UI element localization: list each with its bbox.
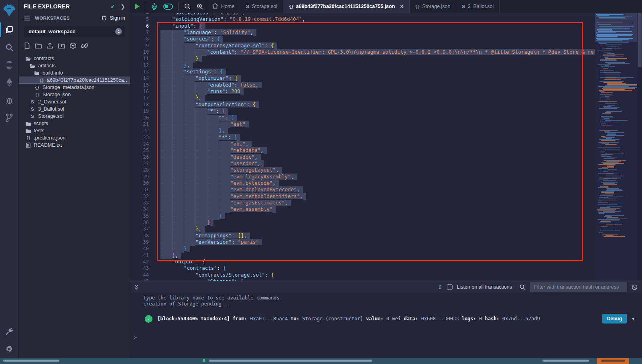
tab-3-ballot-sol[interactable]: S3_Ballot.sol [456,0,500,13]
publish-box-icon[interactable] [69,42,77,51]
solidity-compiler-icon[interactable] [0,56,19,74]
code-line-17[interactable]: →→→}, [160,95,595,101]
collapse-terminal-icon[interactable] [134,284,139,290]
tree-item-a69b43f277ba20fcac141151250ca7-[interactable]: {}a69b43f277ba20fcac141151250ca7... [19,77,130,84]
ai-assistant-icon[interactable] [150,3,158,10]
code-line-10[interactable]: →→→→"content": "// SPDX-License-Identifi… [160,49,595,55]
code-line-5[interactable]: "solcLongVersion": "0.8.19+commit.7dd6d4… [160,16,595,22]
code-line-44[interactable]: "contracts/Storage.sol": { [160,272,595,278]
code-line-38[interactable]: →→→"remappings": [], [160,233,595,239]
transaction-filter-input[interactable] [530,282,627,292]
link-icon[interactable] [81,42,89,51]
code-line-9[interactable]: →→→"contracts/Storage.sol": { [160,42,595,49]
minimap-viewport[interactable] [595,13,637,42]
code-line-29[interactable]: →→→→→→"evm.legacyAssembly", [160,174,595,180]
code-line-45[interactable]: "Storage": { [160,278,595,281]
workspace-selector[interactable]: default_workspace [24,26,125,37]
code-line-31[interactable]: →→→→→→"evm.deployedBytecode", [160,186,595,193]
code-line-26[interactable]: →→→→→→"devdoc", [160,154,595,160]
code-line-20[interactable]: →→→→→"": [ [160,115,595,121]
debug-button[interactable]: Debug [602,314,627,324]
code-line-13[interactable]: →→"settings": { [160,69,595,75]
upload-file-icon[interactable] [46,42,54,51]
close-tab-icon[interactable]: × [400,3,403,10]
search-icon[interactable] [0,38,19,56]
zoom-in-icon[interactable] [196,3,203,10]
code-line-37[interactable]: →→→}, [160,226,595,232]
tree-item-build-info[interactable]: build-info [19,69,130,77]
tree-item-storage-sol[interactable]: SStorage.sol [19,113,130,120]
tree-item-3-ballot-sol[interactable]: S3_Ballot.sol [19,105,130,113]
tree-item-scripts[interactable]: scripts [19,120,130,127]
status-alert-badge[interactable] [597,358,629,364]
tree-item--prettierrc-json[interactable]: {}.prettierrc.json [19,134,130,142]
code-line-39[interactable]: →→→"evmVersion": "paris" [160,239,595,245]
code-line-43[interactable]: "contracts": { [160,265,595,271]
code-editor[interactable]: 4567891011121314151617181920212223242526… [130,13,642,281]
code-line-4[interactable]: "solcVersion": "0.8.19", [160,13,595,16]
ai-toggle[interactable] [163,4,173,10]
tree-item-storage-metadata-json[interactable]: {}Storage_metadata.json [19,84,130,91]
file-explorer-icon[interactable] [0,21,19,38]
code-line-30[interactable]: →→→→→→"evm.bytecode", [160,180,595,186]
tree-item-contracts[interactable]: contracts [19,55,130,62]
expand-tx-icon[interactable]: ▾ [632,316,635,322]
code-line-21[interactable]: →→→→→→"ast" [160,121,595,127]
code-line-33[interactable]: →→→→→→"evm.gasEstimates", [160,200,595,206]
tree-item-readme-txt[interactable]: README.txt [19,142,130,149]
chevron-right-icon[interactable]: ❯ [121,4,125,10]
sign-in-button[interactable]: Sign in [101,15,125,21]
code-line-11[interactable]: →→→} [160,55,595,62]
hamburger-menu-icon[interactable] [24,14,30,22]
terminal-output[interactable]: Type the library name to see available c… [130,293,642,358]
code-line-19[interactable]: →→→→"*": { [160,108,595,114]
tab-a69b43f277ba20fcac141151250ca755-json[interactable]: {}a69b43f277ba20fcac141151250ca755.json× [283,0,410,13]
zoom-out-icon[interactable] [184,3,191,10]
listen-all-transactions-checkbox[interactable] [447,284,453,290]
git-icon[interactable] [0,109,19,127]
code-line-23[interactable]: →→→→→"*": [ [160,134,595,141]
settings-icon[interactable] [0,340,19,358]
code-line-22[interactable]: →→→→→], [160,127,595,134]
deploy-run-icon[interactable] [0,74,19,91]
code-line-7[interactable]: →→"language": "Solidity", [160,29,595,36]
code-line-32[interactable]: →→→→→→"evm.methodIdentifiers", [160,193,595,200]
editor-scrollbar[interactable] [637,13,642,281]
code-line-24[interactable]: →→→→→→"abi", [160,141,595,147]
new-folder-icon[interactable] [35,42,42,51]
code-line-27[interactable]: →→→→→→"userdoc", [160,160,595,167]
code-line-35[interactable]: →→→→→] [160,213,595,219]
code-line-18[interactable]: →→→"outputSelection": { [160,101,595,108]
clear-console-icon[interactable] [631,284,638,291]
tree-item-tests[interactable]: tests [19,127,130,134]
debugger-icon[interactable] [0,91,19,109]
plugin-manager-icon[interactable] [0,323,19,340]
code-line-15[interactable]: →→→→"enabled": false, [160,82,595,88]
tree-item-storage-json[interactable]: {}Storage.json [19,91,130,98]
check-icon[interactable]: ✓ [110,3,115,10]
upload-folder-icon[interactable] [58,42,65,51]
minimap[interactable] [595,13,637,281]
tree-item-2-owner-sol[interactable]: S2_Owner.sol [19,98,130,105]
run-script-button[interactable] [135,4,140,9]
new-file-icon[interactable] [24,42,30,51]
code-line-16[interactable]: →→→→"runs": 200 [160,88,595,95]
code-line-6[interactable]: "input": { [160,23,595,29]
code-line-40[interactable]: →→} [160,245,595,252]
code-line-14[interactable]: →→→"optimizer": { [160,75,595,81]
status-bar[interactable] [0,358,642,364]
code-line-12[interactable]: →→}, [160,62,595,69]
code-line-8[interactable]: →→"sources": { [160,36,595,42]
code-line-34[interactable]: →→→→→→"evm.assembly" [160,206,595,212]
remix-logo-icon[interactable] [0,0,19,21]
tab-storage-json[interactable]: {}Storage.json [410,0,457,13]
code-line-42[interactable]: "output": { [160,259,595,265]
code-line-36[interactable]: →→→→} [160,219,595,226]
code-line-25[interactable]: →→→→→→"metadata", [160,147,595,154]
tree-item-artifacts[interactable]: artifacts [19,62,130,69]
scrollbar-thumb[interactable] [638,13,642,67]
tab-storage-sol[interactable]: SStorage.sol [240,0,283,13]
tab-home[interactable]: Home [206,0,240,13]
code-line-41[interactable]: →}, [160,252,595,259]
code-line-28[interactable]: →→→→→→"storageLayout", [160,167,595,173]
